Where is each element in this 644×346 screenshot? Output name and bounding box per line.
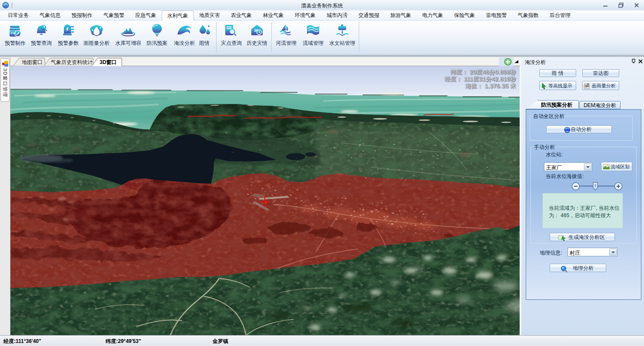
svg-text:地图窗口: 地图窗口 — [22, 59, 43, 65]
svg-text:3D窗口: 3D窗口 — [100, 59, 117, 65]
svg-text:气象历史资料统计: 气象历史资料统计 — [50, 59, 93, 65]
